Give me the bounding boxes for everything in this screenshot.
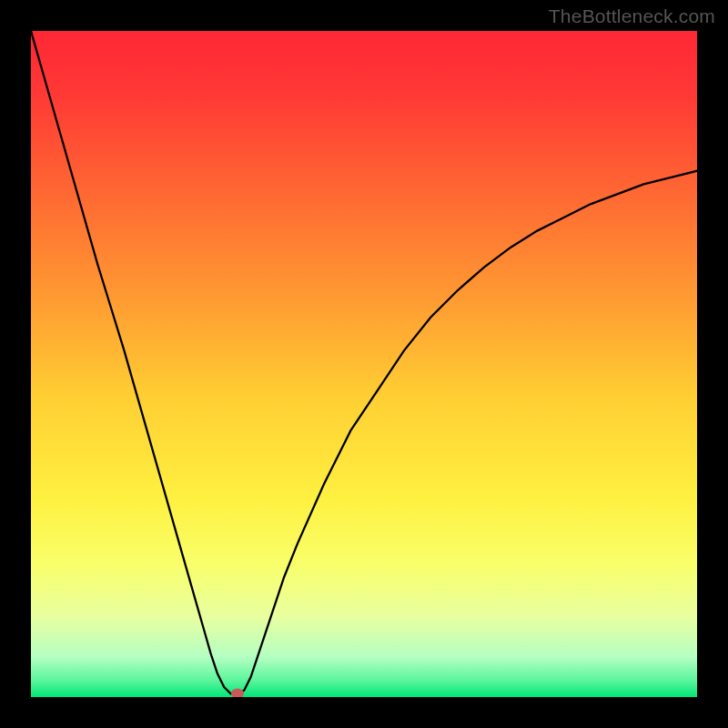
- optimal-point-marker: [231, 689, 244, 697]
- bottleneck-curve: [31, 31, 697, 697]
- plot-area: [31, 31, 697, 697]
- watermark-text: TheBottleneck.com: [549, 5, 715, 27]
- chart-frame: TheBottleneck.com: [0, 0, 728, 728]
